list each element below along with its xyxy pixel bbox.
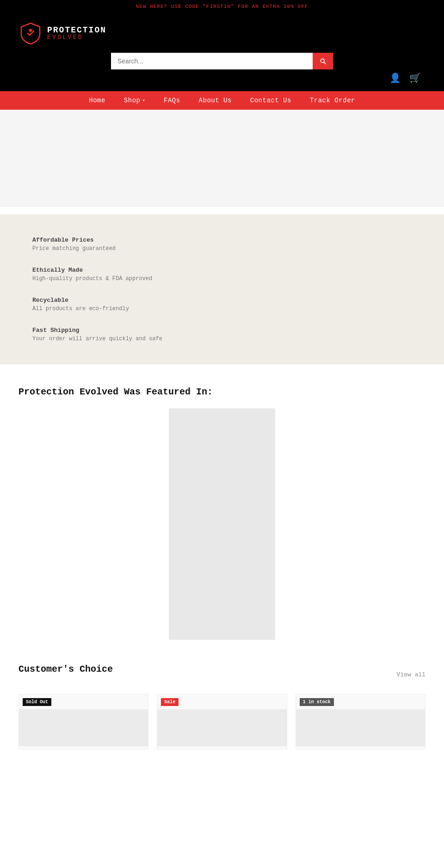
feature-affordable: Affordable Prices Price matching guarant…: [32, 237, 412, 252]
product-image-2: [157, 709, 286, 746]
product-card-3[interactable]: 1 in stock: [296, 694, 426, 749]
header-top: PROTECTION EVOLVED: [18, 21, 426, 45]
badge-sold-out: Sold Out: [23, 698, 51, 706]
product-card-1[interactable]: Sold Out: [18, 694, 148, 749]
logo-tagline: EVOLVED: [47, 35, 106, 41]
badge-sale: Sale: [161, 698, 179, 706]
chevron-down-icon: ▾: [142, 98, 145, 103]
featured-image: [169, 408, 275, 640]
nav-item-home[interactable]: Home: [89, 97, 105, 104]
feature-shipping: Fast Shipping Your order will arrive qui…: [32, 327, 412, 342]
search-input[interactable]: [111, 53, 313, 69]
feature-recyclable-title: Recyclable: [32, 297, 412, 304]
products-row: Sold Out Sale 1 in stock: [18, 694, 426, 749]
search-icon: [319, 57, 327, 65]
section-header-row: Customer's Choice View all: [18, 664, 426, 686]
nav-bar: Home Shop ▾ FAQs About Us Contact Us Tra…: [0, 91, 444, 110]
announcement-bar: NEW HERE? USE CODE "FIRST10" FOR AN EXTR…: [0, 0, 444, 13]
feature-recyclable-desc: All products are eco-friendly: [32, 306, 412, 312]
featured-in-section: Protection Evolved Was Featured In:: [0, 364, 444, 649]
feature-ethical-title: Ethically Made: [32, 267, 412, 274]
feature-shipping-desc: Your order will arrive quickly and safe: [32, 336, 412, 342]
logo-brand-name: PROTECTION: [47, 26, 106, 35]
product-image-1: [19, 709, 148, 746]
feature-shipping-title: Fast Shipping: [32, 327, 412, 334]
nav-item-track-order[interactable]: Track Order: [310, 97, 355, 104]
product-card-2[interactable]: Sale: [157, 694, 287, 749]
announcement-text: NEW HERE? USE CODE "FIRST10" FOR AN EXTR…: [136, 4, 308, 9]
view-all-link[interactable]: View all: [397, 671, 426, 678]
nav-item-about[interactable]: About Us: [199, 97, 232, 104]
nav-item-faqs[interactable]: FAQs: [164, 97, 180, 104]
feature-affordable-desc: Price matching guaranteed: [32, 245, 412, 252]
product-image-3: [296, 709, 425, 746]
feature-recyclable: Recyclable All products are eco-friendly: [32, 297, 412, 312]
account-icon[interactable]: 👤: [389, 72, 401, 84]
nav-item-shop[interactable]: Shop ▾: [124, 97, 145, 104]
logo-icon: [18, 21, 43, 45]
cart-icon[interactable]: 🛒: [409, 72, 421, 84]
feature-ethical: Ethically Made High-quality products & F…: [32, 267, 412, 282]
header: PROTECTION EVOLVED 👤 🛒: [0, 13, 444, 91]
search-bar-wrapper: [18, 53, 426, 69]
header-icons: 👤 🛒: [18, 72, 426, 87]
logo[interactable]: PROTECTION EVOLVED: [18, 21, 106, 45]
hero-section: [0, 110, 444, 207]
featured-in-heading: Protection Evolved Was Featured In:: [18, 387, 426, 397]
feature-affordable-title: Affordable Prices: [32, 237, 412, 244]
badge-in-stock: 1 in stock: [300, 698, 334, 706]
customers-choice-heading: Customer's Choice: [18, 664, 113, 674]
feature-ethical-desc: High-quality products & FDA approved: [32, 275, 412, 282]
nav-item-contact[interactable]: Contact Us: [250, 97, 291, 104]
search-button[interactable]: [313, 53, 333, 69]
features-section: Affordable Prices Price matching guarant…: [0, 214, 444, 364]
customers-choice-section: Customer's Choice View all Sold Out Sale…: [0, 649, 444, 759]
logo-text: PROTECTION EVOLVED: [47, 26, 106, 41]
search-bar: [111, 53, 333, 69]
